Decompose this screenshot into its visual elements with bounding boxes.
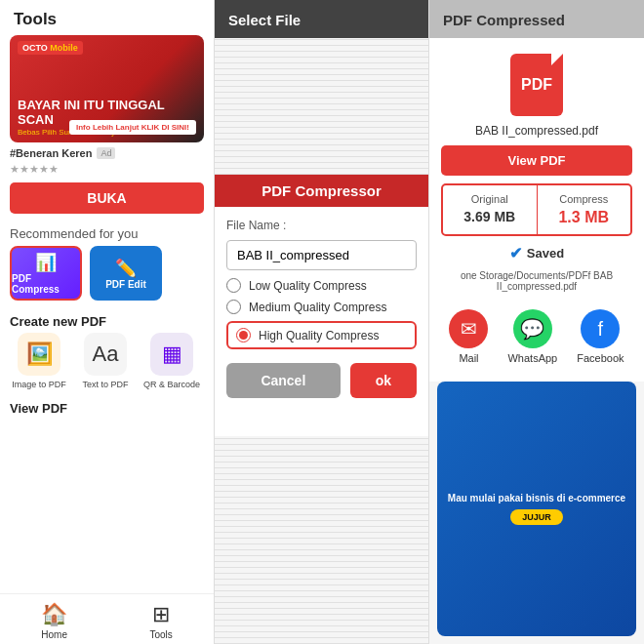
create-header: Create new PDF bbox=[0, 308, 214, 333]
quality-low-radio[interactable] bbox=[226, 278, 241, 293]
create-label-image-pdf: Image to PDF bbox=[12, 380, 66, 389]
facebook-label: Facebook bbox=[577, 352, 624, 364]
nav-home-label: Home bbox=[41, 629, 67, 640]
rec-item-pdf-compress[interactable]: 📊 PDF Compress bbox=[10, 246, 82, 301]
original-label: Original bbox=[471, 193, 508, 205]
view-pdf-header: View PDF bbox=[0, 397, 214, 420]
right-panel: PDF Compressed PDF BAB II_compressed.pdf… bbox=[429, 0, 644, 644]
pdf-compress-icon: 📊 bbox=[35, 252, 57, 273]
quality-options: Low Quality Compress Medium Quality Comp… bbox=[226, 278, 417, 349]
ad-tag: Ad bbox=[97, 147, 115, 159]
file-preview-bottom bbox=[215, 436, 428, 644]
size-comparison: Original 3.69 MB Compress 1.3 MB bbox=[441, 183, 632, 236]
ad-banner[interactable]: OCTO Mobile BAYAR INI ITU TINGGAL SCAN B… bbox=[10, 35, 204, 142]
text-to-pdf-icon: Aa bbox=[84, 333, 127, 376]
rec-item-pdf-edit[interactable]: ✏️ PDF Edit bbox=[90, 246, 162, 301]
home-icon: 🏠 bbox=[41, 602, 67, 627]
saved-path: one Storage/Documents/PDFf BAB II_compre… bbox=[441, 270, 632, 292]
image-to-pdf-icon: 🖼️ bbox=[18, 333, 60, 376]
mail-label: Mail bbox=[459, 352, 478, 364]
mail-icon: ✉ bbox=[449, 309, 488, 348]
facebook-icon: f bbox=[581, 309, 620, 348]
bottom-ad[interactable]: Mau mulai pakai bisnis di e-commerce JUJ… bbox=[437, 382, 636, 636]
whatsapp-label: WhatsApp bbox=[507, 352, 557, 364]
nav-tools-label: Tools bbox=[149, 629, 172, 640]
pdf-filename: BAB II_compressed.pdf bbox=[475, 124, 598, 138]
quality-low-label: Low Quality Compress bbox=[249, 279, 367, 293]
ad-logo: OCTO Mobile bbox=[18, 41, 83, 55]
view-pdf-button[interactable]: View PDF bbox=[441, 145, 632, 176]
quality-medium-radio[interactable] bbox=[226, 300, 241, 314]
pdf-edit-icon: ✏️ bbox=[115, 258, 137, 279]
form-area: File Name : Low Quality Compress Medium … bbox=[215, 207, 428, 436]
pdf-compressed-header: PDF Compressed bbox=[429, 0, 644, 38]
quality-high[interactable]: High Quality Compress bbox=[226, 321, 417, 349]
create-image-to-pdf[interactable]: 🖼️ Image to PDF bbox=[10, 333, 68, 389]
ad-stars: ★★★★★ bbox=[0, 161, 214, 178]
tools-icon: ⊞ bbox=[152, 602, 170, 627]
create-items: 🖼️ Image to PDF Aa Text to PDF ▦ QR & Ba… bbox=[0, 333, 214, 397]
compressed-size: 1.3 MB bbox=[558, 209, 609, 226]
nav-home[interactable]: 🏠 Home bbox=[41, 602, 67, 640]
ad-beneran: #Beneran Keren bbox=[10, 147, 92, 159]
quality-high-radio[interactable] bbox=[236, 328, 251, 342]
rec-label-pdf-compress: PDF Compress bbox=[12, 273, 80, 295]
share-row: ✉ Mail 💬 WhatsApp f Facebook bbox=[449, 300, 624, 370]
nav-tools[interactable]: ⊞ Tools bbox=[149, 602, 172, 640]
share-facebook[interactable]: f Facebook bbox=[577, 309, 624, 364]
compressed-label: Compress bbox=[559, 193, 608, 205]
saved-badge: ✔ Saved bbox=[509, 244, 564, 262]
quality-high-label: High Quality Compress bbox=[259, 329, 379, 342]
quality-medium-label: Medium Quality Compress bbox=[249, 301, 386, 314]
cancel-button[interactable]: Cancel bbox=[226, 363, 341, 398]
pdf-icon-label: PDF bbox=[521, 76, 552, 94]
pdf-compressor-label: PDF Compressor bbox=[215, 175, 428, 207]
file-name-label: File Name : bbox=[226, 219, 417, 232]
quality-medium[interactable]: Medium Quality Compress bbox=[226, 300, 417, 314]
pdf-result-area: PDF BAB II_compressed.pdf View PDF Origi… bbox=[429, 38, 644, 382]
whatsapp-icon: 💬 bbox=[513, 309, 552, 348]
buka-button[interactable]: BUKA bbox=[10, 182, 204, 214]
quality-low[interactable]: Low Quality Compress bbox=[226, 278, 417, 293]
create-label-qr: QR & Barcode bbox=[143, 380, 200, 389]
original-size: 3.69 MB bbox=[463, 209, 515, 224]
ok-button[interactable]: ok bbox=[350, 363, 417, 398]
select-file-header: Select File bbox=[215, 0, 428, 38]
ad-info-btn[interactable]: Info Lebih Lanjut KLIK DI SINI! bbox=[69, 120, 196, 135]
share-mail[interactable]: ✉ Mail bbox=[449, 309, 488, 364]
left-panel: Tools OCTO Mobile BAYAR INI ITU TINGGAL … bbox=[0, 0, 215, 644]
rec-label-pdf-edit: PDF Edit bbox=[105, 279, 146, 290]
saved-label: Saved bbox=[527, 246, 564, 261]
share-whatsapp[interactable]: 💬 WhatsApp bbox=[507, 309, 557, 364]
bottom-nav: 🏠 Home ⊞ Tools bbox=[0, 593, 214, 644]
qr-barcode-icon: ▦ bbox=[150, 333, 193, 376]
ad-bottom-cta[interactable]: JUJUR bbox=[510, 509, 563, 525]
create-qr-barcode[interactable]: ▦ QR & Barcode bbox=[142, 333, 201, 389]
middle-panel: Select File PDF Compressor File Name : L… bbox=[215, 0, 429, 644]
saved-check-icon: ✔ bbox=[509, 244, 522, 262]
size-compressed: Compress 1.3 MB bbox=[538, 185, 631, 234]
recommended-header: Recommended for you bbox=[0, 219, 214, 246]
file-name-input[interactable] bbox=[226, 240, 417, 270]
recommended-items: 📊 PDF Compress ✏️ PDF Edit bbox=[0, 246, 214, 308]
size-original: Original 3.69 MB bbox=[443, 185, 538, 234]
file-preview-top bbox=[215, 38, 428, 175]
action-buttons: Cancel ok bbox=[226, 363, 417, 398]
create-label-text-pdf: Text to PDF bbox=[82, 380, 128, 389]
ad-bottom-text: Mau mulai pakai bisnis di e-commerce bbox=[448, 493, 625, 503]
tools-title: Tools bbox=[0, 0, 214, 35]
create-text-to-pdf[interactable]: Aa Text to PDF bbox=[76, 333, 135, 389]
pdf-file-icon: PDF bbox=[510, 54, 563, 116]
ad-badge-row: #Beneran Keren Ad bbox=[0, 142, 214, 161]
